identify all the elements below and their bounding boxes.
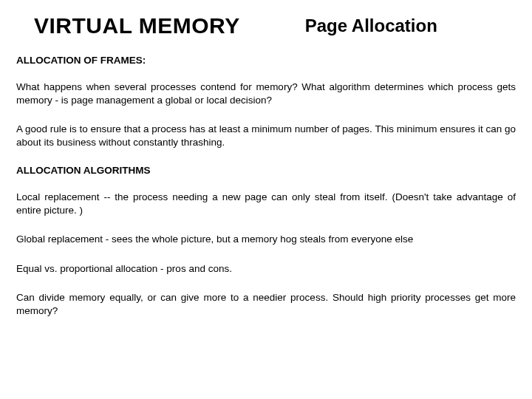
header-row: VIRTUAL MEMORY Page Allocation: [16, 13, 516, 38]
paragraph-2: A good rule is to ensure that a process …: [16, 123, 516, 149]
paragraph-5: Equal vs. proportional allocation - pros…: [16, 262, 516, 276]
section-heading-frames: ALLOCATION OF FRAMES:: [16, 55, 516, 66]
paragraph-6: Can divide memory equally, or can give m…: [16, 291, 516, 317]
main-title: VIRTUAL MEMORY: [34, 13, 240, 38]
section-heading-algorithms: ALLOCATION ALGORITHMS: [16, 165, 516, 176]
paragraph-1: What happens when several processes cont…: [16, 81, 516, 106]
paragraph-4: Global replacement - sees the whole pict…: [16, 233, 516, 246]
sub-title: Page Allocation: [305, 16, 437, 36]
paragraph-3: Local replacement -- the process needing…: [16, 191, 516, 216]
